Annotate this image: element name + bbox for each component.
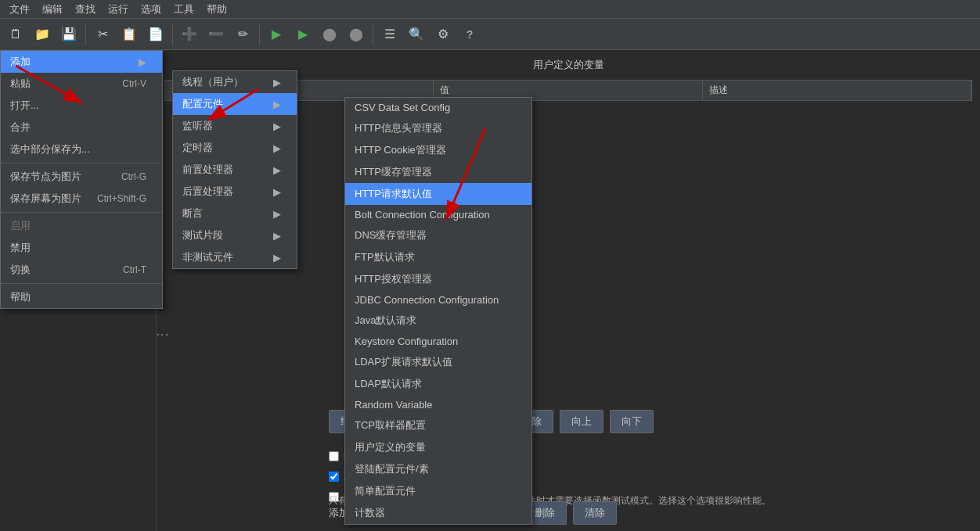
user-var-title: 用户定义的变量 — [164, 58, 972, 72]
toolbar-stop[interactable]: ⬤ — [317, 22, 342, 47]
main-thread-label: 主线程 — [344, 469, 374, 483]
tree-test-plan[interactable]: ▼ 🧪 测试计划 — [3, 53, 153, 72]
bottom-delete-button[interactable]: 删除 — [523, 501, 567, 525]
menu-edit[interactable]: 编辑 — [36, 1, 69, 18]
three-dot-indicator: ⋮ — [155, 328, 170, 341]
toolbar-cut[interactable]: ✂ — [90, 22, 115, 47]
toolbar-copy[interactable]: 📋 — [117, 22, 142, 47]
detail-button[interactable]: 细 — [329, 410, 362, 433]
menu-tools[interactable]: 工具 — [168, 1, 200, 18]
toolbar-run2[interactable]: ▶ — [290, 22, 315, 47]
table-header: 名称 值 描述 — [164, 80, 972, 101]
toolbar-remove[interactable]: ➖ — [204, 22, 229, 47]
independent-run-label: 独立运 — [344, 449, 374, 463]
col-desc: 描述 — [703, 81, 971, 100]
independent-run-row: 独立运 束后启动下一个） — [329, 449, 462, 463]
col-name: 名称 — [165, 81, 434, 100]
toolbar-add[interactable]: ➕ — [177, 22, 202, 47]
toolbar-search[interactable]: 🔍 — [404, 22, 429, 47]
left-panel: ▼ 🧪 测试计划 ⚙ 线程组 — [0, 50, 157, 531]
toolbar-help[interactable]: ? — [457, 22, 482, 47]
toolbar-sep-4 — [373, 23, 373, 45]
browse-button[interactable]: 浏览... — [464, 501, 517, 525]
toolbar-sep-2 — [172, 23, 173, 45]
down-button[interactable]: 向下 — [610, 410, 654, 433]
toolbar-list[interactable]: ☰ — [377, 22, 402, 47]
up-button[interactable]: 向上 — [560, 410, 603, 433]
toolbar-save[interactable]: 💾 — [56, 22, 81, 47]
paste-from-clipboard-button[interactable]: 从剪贴板添加 — [419, 410, 503, 433]
toolbar-sep-1 — [85, 23, 86, 45]
menu-options[interactable]: 选项 — [135, 1, 168, 18]
test-plan-icon2: 🧪 — [20, 57, 33, 69]
toolbar-sep-3 — [259, 23, 260, 45]
toolbar-paste[interactable]: 📄 — [143, 22, 168, 47]
clear-button[interactable]: 清除 — [573, 501, 617, 525]
toolbar-open[interactable]: 📁 — [30, 22, 55, 47]
menu-help[interactable]: 帮助 — [200, 1, 233, 18]
thread-group-icon: ⚙ — [19, 76, 28, 88]
action-buttons: 细 添加 从剪贴板添加 删除 向上 向下 — [329, 410, 654, 433]
menu-run[interactable]: 运行 — [102, 1, 135, 18]
test-plan-icon: ▼ — [6, 56, 17, 69]
toolbar-settings[interactable]: ⚙ — [431, 22, 456, 47]
bottom-row: 添加目录或jar包到ClassPath 浏览... 删除 清除 — [329, 501, 617, 525]
add-jar-label: 添加目录或jar包到ClassPath — [329, 506, 458, 520]
thread-group-label: 线程组 — [31, 74, 62, 88]
menu-find[interactable]: 查找 — [69, 1, 102, 18]
main-thread-row: 主线程 — [329, 469, 462, 483]
menubar: 文件 编辑 查找 运行 选项 工具 帮助 — [0, 0, 980, 19]
toolbar: 🗒 📁 💾 ✂ 📋 📄 ➕ ➖ ✏ ▶ ▶ ⬤ ⬤ ☰ 🔍 ⚙ ? — [0, 19, 980, 50]
main-area: ▼ 🧪 测试计划 ⚙ 线程组 用户定义的变量 名称 值 描述 细 添加 从剪贴板… — [0, 50, 980, 531]
independent-run-checkbox[interactable] — [329, 451, 339, 461]
toolbar-edit[interactable]: ✏ — [230, 22, 255, 47]
menu-file[interactable]: 文件 — [3, 1, 36, 18]
toolbar-new[interactable]: 🗒 — [3, 22, 28, 47]
col-value: 值 — [434, 81, 702, 100]
add-button[interactable]: 添加 — [369, 410, 413, 433]
thread-desc: 束后启动下一个） — [380, 449, 462, 463]
right-panel: 用户定义的变量 名称 值 描述 — [157, 50, 980, 531]
test-plan-label: 测试计划 — [36, 56, 77, 70]
tree-thread-group[interactable]: ⚙ 线程组 — [3, 72, 153, 91]
delete-button[interactable]: 删除 — [510, 410, 553, 433]
toolbar-stop2[interactable]: ⬤ — [344, 22, 369, 47]
main-thread-checkbox[interactable] — [329, 472, 339, 482]
toolbar-run[interactable]: ▶ — [264, 22, 289, 47]
